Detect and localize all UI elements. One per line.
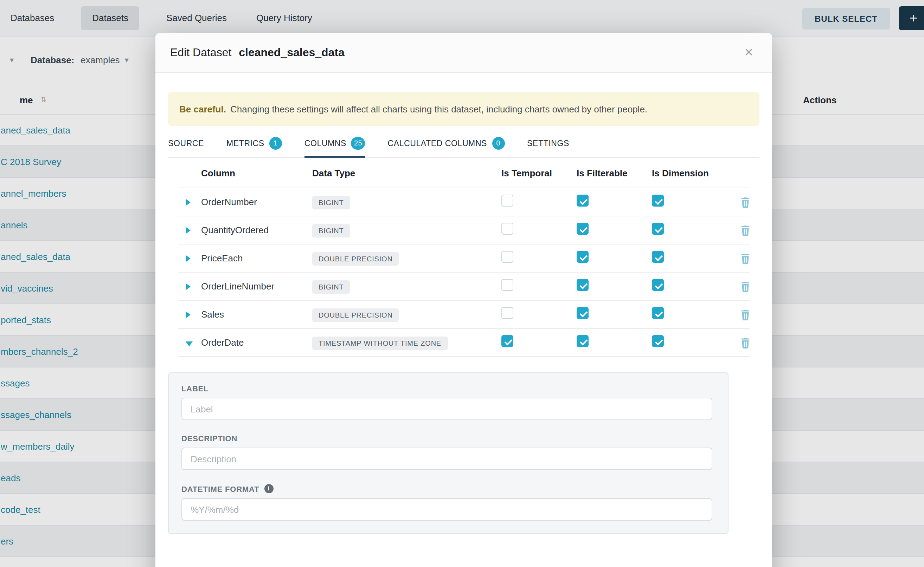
column-name: PriceEach (201, 253, 312, 264)
tab-metrics[interactable]: METRICS 1 (226, 137, 282, 158)
close-icon[interactable]: ✕ (740, 44, 757, 61)
header-data-type: Data Type (312, 168, 501, 178)
expand-caret-icon[interactable] (186, 226, 191, 234)
tab-label: CALCULATED COLUMNS (387, 139, 487, 147)
tab-label: SOURCE (168, 139, 204, 147)
is-dimension-checkbox[interactable] (652, 195, 664, 207)
metrics-count-badge: 1 (269, 137, 282, 150)
column-name: OrderLineNumber (201, 281, 312, 292)
column-name: Sales (201, 309, 312, 320)
field-label-text: DATETIME FORMAT (181, 484, 259, 493)
is-temporal-checkbox[interactable] (501, 279, 513, 291)
modal-title: Edit Dataset cleaned_sales_data (170, 46, 345, 59)
is-filterable-checkbox[interactable] (576, 335, 588, 347)
column-row-expanded: OrderDate TIMESTAMP WITHOUT TIME ZONE (178, 329, 749, 357)
collapse-caret-icon[interactable] (186, 341, 193, 346)
is-filterable-checkbox[interactable] (576, 251, 588, 263)
is-temporal-checkbox[interactable] (501, 251, 513, 263)
column-editor-panel: LABEL DESCRIPTION DATETIME FORMAT i (168, 372, 728, 534)
delete-icon[interactable] (740, 197, 750, 208)
data-type-pill: BIGINT (312, 280, 350, 293)
field-label-text: LABEL (181, 384, 209, 393)
tab-calculated-columns[interactable]: CALCULATED COLUMNS 0 (387, 137, 504, 158)
header-is-temporal: Is Temporal (501, 168, 576, 178)
data-type-pill: DOUBLE PRECISION (312, 252, 399, 265)
calculated-columns-count-badge: 0 (492, 137, 504, 150)
is-dimension-checkbox[interactable] (652, 223, 664, 235)
header-column: Column (201, 168, 312, 178)
edit-dataset-modal: Edit Dataset cleaned_sales_data ✕ Be car… (155, 33, 772, 567)
is-filterable-checkbox[interactable] (576, 223, 588, 235)
is-temporal-checkbox[interactable] (501, 307, 513, 319)
delete-icon[interactable] (740, 254, 750, 264)
delete-icon[interactable] (740, 282, 750, 292)
header-is-filterable: Is Filterable (576, 168, 652, 178)
delete-icon[interactable] (740, 310, 750, 320)
expand-caret-icon[interactable] (186, 283, 191, 290)
expand-caret-icon[interactable] (186, 255, 191, 262)
data-type-pill: BIGINT (312, 224, 350, 237)
data-type-pill: DOUBLE PRECISION (312, 308, 399, 321)
modal-title-prefix: Edit Dataset (170, 46, 231, 58)
datetime-format-field-label: DATETIME FORMAT i (181, 484, 712, 493)
is-dimension-checkbox[interactable] (652, 307, 664, 319)
is-filterable-checkbox[interactable] (576, 307, 588, 319)
column-row: QuantityOrdered BIGINT (178, 216, 749, 244)
is-temporal-checkbox[interactable] (501, 195, 513, 207)
modal-tabs: SOURCE METRICS 1 COLUMNS 25 CALCULATED C… (168, 137, 760, 158)
tab-settings[interactable]: SETTINGS (527, 137, 569, 158)
is-temporal-checkbox[interactable] (501, 223, 513, 235)
columns-table-header: Column Data Type Is Temporal Is Filterab… (178, 158, 749, 188)
tab-label: METRICS (226, 139, 264, 147)
data-type-pill: TIMESTAMP WITHOUT TIME ZONE (312, 336, 448, 350)
delete-icon[interactable] (740, 338, 750, 348)
column-name: OrderNumber (201, 197, 312, 207)
datetime-format-input[interactable] (181, 498, 712, 520)
tab-label: COLUMNS (304, 139, 346, 147)
datasets-page: Databases Datasets Saved Queries Query H… (0, 0, 924, 567)
modal-header: Edit Dataset cleaned_sales_data ✕ (155, 33, 772, 73)
column-row: PriceEach DOUBLE PRECISION (178, 244, 749, 273)
is-filterable-checkbox[interactable] (576, 195, 588, 207)
field-label-text: DESCRIPTION (181, 434, 237, 442)
tab-label: SETTINGS (527, 139, 569, 147)
warning-banner: Be careful. Changing these settings will… (168, 92, 760, 126)
column-row: OrderLineNumber BIGINT (178, 273, 749, 301)
data-type-pill: BIGINT (312, 196, 350, 209)
label-field-group: LABEL (181, 384, 712, 420)
datetime-format-field-group: DATETIME FORMAT i (181, 484, 712, 520)
description-field-group: DESCRIPTION (181, 434, 712, 470)
expand-caret-icon[interactable] (186, 311, 191, 318)
modal-body: Be careful. Changing these settings will… (155, 92, 772, 534)
column-row: OrderNumber BIGINT (178, 188, 749, 216)
modal-title-dataset-name: cleaned_sales_data (239, 46, 345, 58)
column-name: QuantityOrdered (201, 225, 312, 236)
tab-source[interactable]: SOURCE (168, 137, 204, 158)
is-dimension-checkbox[interactable] (652, 251, 664, 263)
info-icon[interactable]: i (264, 484, 273, 493)
tab-columns[interactable]: COLUMNS 25 (304, 137, 365, 158)
label-field-label: LABEL (181, 384, 712, 393)
columns-table: Column Data Type Is Temporal Is Filterab… (178, 158, 749, 357)
is-dimension-checkbox[interactable] (652, 279, 664, 291)
delete-icon[interactable] (740, 225, 750, 236)
column-row: Sales DOUBLE PRECISION (178, 301, 749, 329)
is-filterable-checkbox[interactable] (576, 279, 588, 291)
expand-caret-icon[interactable] (186, 198, 191, 206)
warning-banner-text: Changing these settings will affect all … (230, 104, 647, 114)
is-temporal-checkbox[interactable] (501, 335, 513, 347)
column-name: OrderDate (201, 337, 312, 348)
warning-banner-bold: Be careful. (179, 104, 226, 114)
description-field-label: DESCRIPTION (181, 434, 712, 442)
description-input[interactable] (181, 447, 712, 470)
columns-count-badge: 25 (351, 137, 365, 150)
is-dimension-checkbox[interactable] (652, 335, 664, 347)
header-is-dimension: Is Dimension (652, 168, 727, 178)
label-input[interactable] (181, 398, 712, 420)
